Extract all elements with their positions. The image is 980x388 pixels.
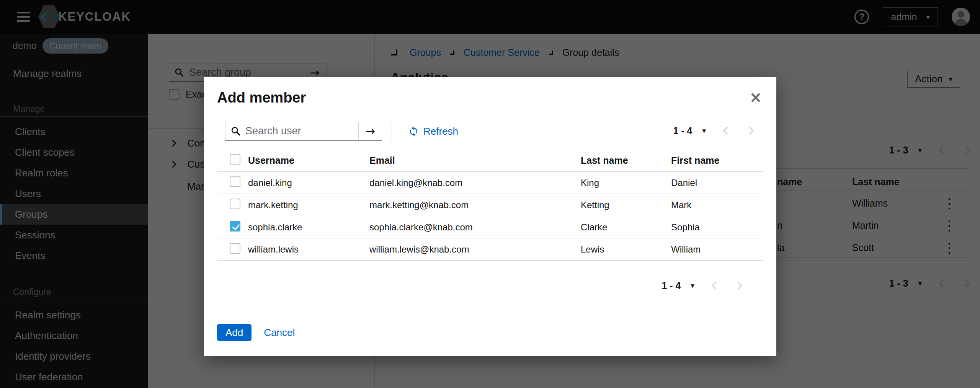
cell-username: sophia.clarke <box>248 216 369 238</box>
pagination-next-icon[interactable] <box>746 126 754 134</box>
cell-username: daniel.king <box>248 172 369 194</box>
search-icon <box>225 122 245 140</box>
refresh-icon <box>408 126 419 137</box>
table-row: sophia.clarke sophia.clarke@knab.com Cla… <box>217 216 764 238</box>
users-table: Username Email Last name First name dani… <box>217 149 764 261</box>
pagination-range: 1 - 4 <box>673 125 692 136</box>
cell-first-name: William <box>671 238 764 261</box>
pagination-caret-icon[interactable]: ▾ <box>702 127 706 134</box>
cell-last-name: Ketting <box>581 194 671 216</box>
row-checkbox[interactable] <box>230 243 240 254</box>
table-row: daniel.king daniel.king@knab.com King Da… <box>217 172 764 194</box>
divider <box>392 122 392 141</box>
pagination-caret-icon[interactable]: ▾ <box>691 282 694 289</box>
column-header-last-name: Last name <box>581 149 671 172</box>
cell-email: daniel.king@knab.com <box>369 172 581 194</box>
row-checkbox[interactable] <box>230 176 240 187</box>
modal-pagination-bottom: 1 - 4 ▾ <box>662 277 741 294</box>
cell-email: mark.ketting@knab.com <box>369 194 581 216</box>
cell-email: william.lewis@knab.com <box>369 238 581 261</box>
column-header-first-name: First name <box>671 149 764 172</box>
row-checkbox[interactable] <box>230 199 240 209</box>
modal-footer: Add Cancel <box>217 324 295 341</box>
pagination-range: 1 - 4 <box>662 280 681 291</box>
pagination-next-icon[interactable] <box>734 281 742 289</box>
modal-toolbar: → Refresh <box>225 122 458 141</box>
cell-first-name: Mark <box>671 194 764 216</box>
cell-last-name: King <box>581 172 671 194</box>
cell-username: mark.ketting <box>248 194 369 216</box>
pagination-prev-icon[interactable] <box>723 126 731 134</box>
modal-pagination-top: 1 - 4 ▾ <box>673 122 753 139</box>
table-header-row: Username Email Last name First name <box>217 149 764 172</box>
table-row: mark.ketting mark.ketting@knab.com Ketti… <box>217 194 764 216</box>
cell-last-name: Clarke <box>581 216 671 238</box>
row-checkbox[interactable] <box>230 221 240 231</box>
close-icon[interactable]: × <box>746 87 766 107</box>
cell-username: william.lewis <box>248 238 369 261</box>
search-submit-button[interactable]: → <box>358 122 382 140</box>
refresh-button[interactable]: Refresh <box>408 126 458 137</box>
add-button[interactable]: Add <box>217 324 252 341</box>
table-row: william.lewis william.lewis@knab.com Lew… <box>217 238 764 261</box>
cell-first-name: Daniel <box>671 172 764 194</box>
select-all-checkbox[interactable] <box>230 154 240 165</box>
cell-email: sophia.clarke@knab.com <box>369 216 581 238</box>
cancel-button[interactable]: Cancel <box>264 327 295 339</box>
column-header-email: Email <box>369 149 581 172</box>
user-search-input[interactable] <box>245 122 358 140</box>
pagination-prev-icon[interactable] <box>712 281 720 289</box>
column-header-username: Username <box>248 149 369 172</box>
add-member-modal: Add member × → Refresh 1 - 4 ▾ Username … <box>204 77 776 356</box>
user-search: → <box>225 122 382 141</box>
modal-title: Add member <box>217 90 306 106</box>
cell-last-name: Lewis <box>581 238 671 261</box>
cell-first-name: Sophia <box>671 216 764 238</box>
